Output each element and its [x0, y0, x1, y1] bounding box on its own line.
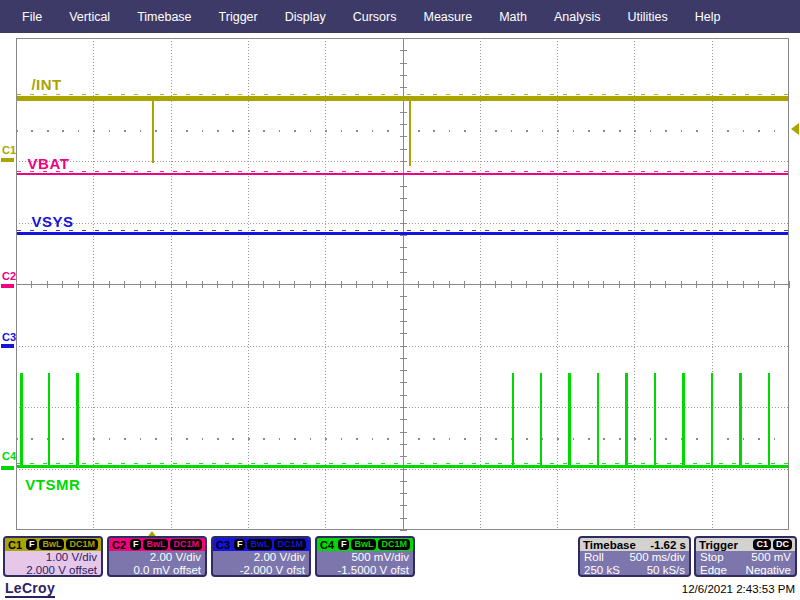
- channel-offset-value: -1.5000 V ofst: [321, 564, 409, 577]
- timebase-rate: 50 kS/s: [647, 564, 685, 577]
- trace-label-vsys: VSYS: [31, 213, 73, 230]
- channel-box-c4[interactable]: C4FBwLDC1M500 mV/div-1.5000 V ofst: [315, 536, 415, 577]
- center-axis-tick: [400, 259, 407, 260]
- channel-offset-marker-c4[interactable]: [1, 466, 14, 470]
- center-axis-tick: [171, 281, 172, 288]
- center-axis-tick: [789, 281, 790, 288]
- channel-box-c3[interactable]: C3FBwLDC1M2.00 V/div-2.000 V ofst: [211, 536, 311, 577]
- center-axis-tick: [603, 281, 604, 288]
- trace-vbat: [17, 173, 788, 175]
- center-axis-tick: [758, 281, 759, 288]
- channel-id-label: C4: [320, 539, 334, 551]
- badge-dc1m: DC1M: [274, 539, 306, 550]
- channel-indicator-c3[interactable]: C3: [2, 331, 16, 343]
- trace-label-vtsmr: VTSMR: [25, 476, 80, 493]
- center-axis-tick: [400, 493, 407, 494]
- center-axis-tick: [155, 281, 156, 288]
- badge-dc1m: DC1M: [170, 539, 202, 550]
- timebase-body: Roll500 ms/div 250 kS50 kS/s: [580, 551, 689, 577]
- center-axis-tick: [400, 296, 407, 297]
- channel-offset-value: 2.000 V offset: [9, 564, 97, 577]
- trace-int: [17, 96, 788, 101]
- center-axis-tick: [263, 281, 264, 288]
- channel-box-c1[interactable]: C1FBwLDC1M1.00 V/div2.000 V offset: [3, 536, 103, 577]
- channel-box-header: C3FBwLDC1M: [213, 538, 309, 551]
- badge-bwl: BwL: [39, 539, 64, 550]
- center-axis-tick: [400, 358, 407, 359]
- center-axis-tick: [232, 281, 233, 288]
- channel-box-body: 1.00 V/div2.000 V offset: [5, 551, 101, 577]
- center-axis-tick: [464, 281, 465, 288]
- center-axis-tick: [186, 281, 187, 288]
- center-axis-tick: [573, 281, 574, 288]
- trigger-slope: Negative: [746, 564, 791, 577]
- center-axis-tick: [279, 281, 280, 288]
- center-axis-tick: [400, 530, 407, 531]
- center-axis-tick: [400, 63, 407, 64]
- trace-pulse: [739, 373, 742, 466]
- trigger-level-arrow-icon[interactable]: [791, 123, 799, 135]
- center-axis-tick: [619, 281, 620, 288]
- trace-glitch-spike: [152, 99, 154, 163]
- center-axis-tick: [217, 281, 218, 288]
- channel-indicator-c1[interactable]: C1: [2, 144, 16, 156]
- timebase-mode: Roll: [584, 551, 604, 564]
- channel-box-c2[interactable]: C2FBwLDC1M2.00 V/div0.0 mV offset: [107, 536, 207, 577]
- minor-ruler-row: [16, 130, 789, 132]
- minor-ruler-row: [16, 438, 789, 440]
- badge-dc1m: DC1M: [378, 539, 410, 550]
- center-axis-tick: [433, 281, 434, 288]
- center-axis-tick: [650, 281, 651, 288]
- center-axis-tick: [400, 149, 407, 150]
- center-axis-tick: [400, 136, 407, 137]
- channel-vdiv-value: 2.00 V/div: [217, 551, 305, 564]
- channel-indicator-c2[interactable]: C2: [2, 270, 16, 282]
- timebase-samples: 250 kS: [584, 564, 620, 577]
- center-axis-tick: [62, 281, 63, 288]
- trigger-box[interactable]: Trigger C1DC Stop500 mV EdgeNegative: [694, 536, 797, 577]
- channel-id-label: C2: [112, 539, 126, 551]
- trigger-header: Trigger C1DC: [696, 538, 795, 551]
- channel-badges: FBwLDC1M: [128, 539, 202, 550]
- trace-pulse: [540, 373, 542, 466]
- channel-box-body: 500 mV/div-1.5000 V ofst: [317, 551, 413, 577]
- center-axis-tick: [400, 272, 407, 273]
- timebase-box[interactable]: Timebase -1.62 s Roll500 ms/div 250 kS50…: [578, 536, 691, 577]
- timebase-title: Timebase: [583, 539, 636, 551]
- trace-vtsmr: [17, 465, 788, 468]
- trace-label-int: /INT: [31, 76, 61, 93]
- trace-pulse: [768, 373, 770, 466]
- center-axis-tick: [124, 281, 125, 288]
- trace-pulse: [512, 373, 514, 466]
- center-axis-tick: [681, 281, 682, 288]
- center-axis-tick: [400, 38, 407, 39]
- center-axis-tick: [400, 419, 407, 420]
- center-axis-tick: [356, 281, 357, 288]
- channel-offset-marker-c1[interactable]: [1, 158, 14, 162]
- center-axis-tick: [294, 281, 295, 288]
- trace-pulse: [597, 373, 599, 466]
- center-axis-tick: [400, 444, 407, 445]
- channel-box-header: C1FBwLDC1M: [5, 538, 101, 551]
- channel-indicator-c4[interactable]: C4: [2, 450, 16, 462]
- badge-bwl: BwL: [351, 539, 376, 550]
- center-axis-tick: [557, 281, 558, 288]
- waveform-display: /INTVBATVSYSVTSMRC1C2C3C4: [0, 0, 800, 540]
- center-axis-tick: [400, 186, 407, 187]
- trace-pulse: [682, 373, 685, 466]
- center-axis-tick: [400, 161, 407, 162]
- center-axis-tick: [310, 281, 311, 288]
- channel-offset-value: 0.0 mV offset: [113, 564, 201, 577]
- center-axis-tick: [400, 112, 407, 113]
- badge-bwl: BwL: [143, 539, 168, 550]
- center-axis-tick: [712, 281, 713, 288]
- center-axis-tick: [400, 321, 407, 322]
- channel-offset-marker-c2[interactable]: [1, 284, 14, 288]
- channel-offset-marker-c3[interactable]: [1, 344, 14, 348]
- timestamp: 12/6/2021 2:43:53 PM: [682, 583, 795, 595]
- center-axis-tick: [665, 281, 666, 288]
- channel-box-body: 2.00 V/div-2.000 V ofst: [213, 551, 309, 577]
- center-axis-tick: [400, 75, 407, 76]
- center-axis-tick: [495, 281, 496, 288]
- center-axis-tick: [400, 346, 407, 347]
